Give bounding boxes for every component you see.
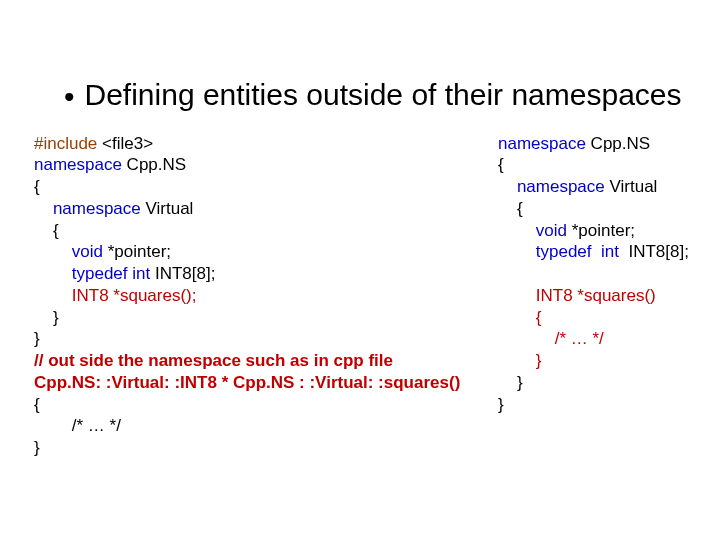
txt: Virtual	[605, 177, 658, 196]
txt: }	[34, 308, 59, 327]
kw-namespace: namespace	[34, 155, 122, 174]
txt: }	[498, 395, 504, 414]
txt: *pointer;	[567, 221, 635, 240]
txt: }	[34, 329, 40, 348]
txt: {	[34, 395, 40, 414]
hl-line: INT8 *squares()	[498, 286, 656, 305]
code-left: #include <file3> namespace Cpp.NS { name…	[34, 133, 484, 459]
txt: {	[34, 177, 40, 196]
txt: <file3>	[97, 134, 153, 153]
slide: • Defining entities outside of their nam…	[0, 0, 720, 459]
txt: Cpp.NS	[122, 155, 186, 174]
title-row: • Defining entities outside of their nam…	[64, 78, 698, 113]
code-columns: #include <file3> namespace Cpp.NS { name…	[34, 133, 698, 459]
hl-line: {	[498, 308, 541, 327]
kw-include: #include	[34, 134, 97, 153]
hl-qualified: Cpp.NS: :Virtual: :INT8 * Cpp.NS : :Virt…	[34, 373, 460, 392]
txt: Cpp.NS	[586, 134, 650, 153]
kw-typedef: typedef	[34, 264, 132, 283]
kw-int: int	[132, 264, 150, 283]
txt: {	[498, 199, 523, 218]
kw-namespace: namespace	[34, 199, 141, 218]
bullet-icon: •	[64, 82, 75, 112]
hl-line: /* … */	[498, 329, 604, 348]
txt: Virtual	[141, 199, 194, 218]
txt: /* … */	[34, 416, 121, 435]
txt: INT8[8];	[619, 242, 689, 261]
kw-namespace: namespace	[498, 134, 586, 153]
hl-line: }	[498, 351, 541, 370]
code-right: namespace Cpp.NS { namespace Virtual { v…	[498, 133, 698, 459]
hl-line: INT8 *squares();	[34, 286, 197, 305]
kw-int: int	[601, 242, 619, 261]
kw-namespace: namespace	[498, 177, 605, 196]
txt: {	[498, 155, 504, 174]
kw-void: void	[498, 221, 567, 240]
slide-title: Defining entities outside of their names…	[85, 78, 682, 113]
hl-comment: // out side the namespace such as in cpp…	[34, 351, 393, 370]
kw-typedef: typedef	[498, 242, 601, 261]
txt: }	[34, 438, 40, 457]
txt: {	[34, 221, 59, 240]
txt: }	[498, 373, 523, 392]
txt: INT8[8];	[150, 264, 215, 283]
txt: *pointer;	[103, 242, 171, 261]
kw-void: void	[34, 242, 103, 261]
txt	[498, 264, 503, 283]
